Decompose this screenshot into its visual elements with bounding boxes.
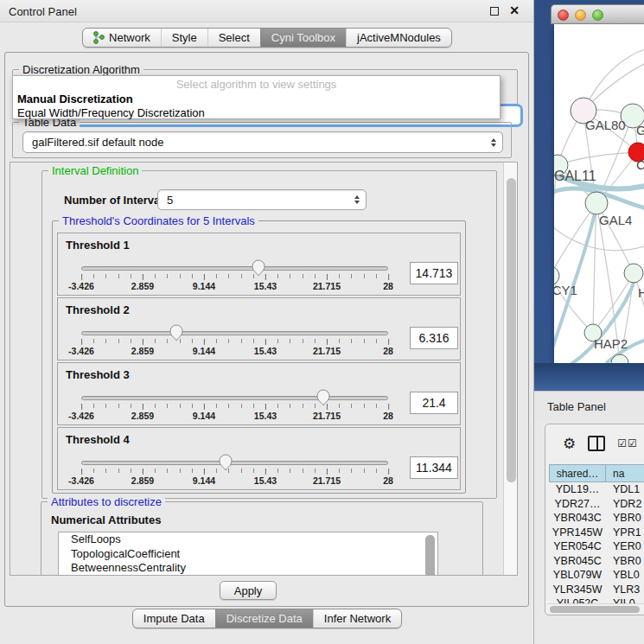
tab-select[interactable]: Select — [207, 29, 260, 47]
slider-thumb[interactable] — [316, 389, 330, 410]
table-data-combobox[interactable]: galFiltered.sif default node — [22, 131, 503, 153]
table-toolbar: ⚙ ☑☑ — [545, 431, 644, 456]
tick-label: 28 — [383, 346, 393, 356]
threshold-1-value-field[interactable]: 14.713 — [410, 262, 458, 284]
tick-label: 9.144 — [193, 475, 215, 486]
top-tab-bar: Network Style Select Cyni Toolbox jActiv… — [0, 28, 534, 48]
horizontal-scrollbar-track[interactable] — [547, 603, 644, 613]
tick-label: 2.859 — [131, 346, 154, 356]
table-row[interactable]: YPR145WYPR1 — [549, 526, 644, 540]
horizontal-scrollbar-thumb[interactable] — [550, 606, 640, 613]
tick-label: 28 — [383, 411, 393, 421]
dropdown-option-equal-width[interactable]: Equal Width/Frequency Discretization — [13, 106, 500, 120]
tick-label: 9.144 — [193, 281, 215, 291]
tick-label: 15.43 — [254, 346, 277, 356]
mac-minimize-icon[interactable] — [575, 10, 586, 21]
threshold-3-slider-track[interactable] — [81, 396, 388, 400]
num-intervals-value: 5 — [167, 194, 173, 207]
algorithm-group-title: Discretization Algorithm — [19, 63, 143, 76]
network-tree-icon — [93, 31, 105, 44]
tab-network-label: Network — [109, 31, 150, 44]
table-row[interactable]: YBR045CYBR0 — [549, 554, 644, 569]
numerical-attributes-label: Numerical Attributes — [51, 513, 161, 526]
list-scrollbar-thumb[interactable] — [425, 535, 435, 576]
bottom-tab-bar: Impute Data Discretize Data Infer Networ… — [0, 609, 534, 628]
table-row[interactable]: YDL19…YDL1 — [549, 482, 644, 497]
tick-label: 28 — [383, 281, 393, 291]
network-window-titlebar[interactable] — [551, 4, 644, 24]
table-row[interactable]: YLR345WYLR3 — [549, 583, 644, 597]
threshold-3-label: Threshold 3 — [66, 368, 130, 381]
tick-label: 21.715 — [313, 475, 341, 486]
node-label-gal80: GAL80 — [585, 118, 626, 132]
table-data-value: galFiltered.sif default node — [32, 136, 163, 149]
threshold-3-value-field[interactable]: 21.4 — [410, 392, 458, 414]
tick-label: -3.426 — [68, 346, 94, 356]
dropdown-option-manual[interactable]: Manual Discretization — [13, 92, 500, 106]
threshold-2-slider-track[interactable] — [81, 331, 388, 335]
spinner-icon — [491, 138, 496, 147]
table-panel-titlebar: Table Panel — [534, 391, 644, 420]
table-row[interactable]: YDR27…YDR2 — [549, 497, 644, 512]
slider-thumb[interactable] — [169, 324, 183, 345]
apply-button[interactable]: Apply — [220, 581, 277, 600]
tick-label: -3.426 — [68, 411, 94, 421]
tick-label: 2.859 — [131, 411, 154, 421]
vertical-scrollbar-thumb[interactable] — [507, 178, 516, 482]
slider-thumb[interactable] — [252, 259, 265, 280]
node-h[interactable] — [624, 264, 643, 283]
network-view-canvas[interactable]: GAL80 GA C GAL11 GAL4 GCY1 H HAP2 — [554, 24, 644, 363]
attributes-list: SelfLoops TopologicalCoefficient Between… — [58, 532, 438, 576]
node-label-gal4: GAL4 — [599, 213, 632, 227]
list-item[interactable]: BetweennessCentrality — [59, 561, 437, 576]
split-panel-icon[interactable] — [588, 436, 605, 451]
threshold-4-value-field[interactable]: 11.344 — [410, 456, 458, 479]
threshold-2-panel: Threshold 2 -3.426 2.859 9.144 15.43 21.… — [57, 297, 461, 360]
threshold-4-slider-track[interactable] — [81, 461, 388, 465]
threshold-4-panel: Threshold 4 -3.426 2.859 9.144 15.43 21.… — [57, 427, 461, 490]
threshold-1-label: Threshold 1 — [66, 239, 130, 252]
threshold-1-slider-track[interactable] — [81, 266, 388, 271]
table-row[interactable]: YBL079WYBL0 — [549, 568, 644, 583]
tab-network[interactable]: Network — [83, 29, 161, 47]
table-row[interactable]: YBR043CYBR0 — [549, 511, 644, 526]
threshold-4-label: Threshold 4 — [66, 433, 130, 446]
vertical-scrollbar-track[interactable] — [503, 163, 517, 575]
interval-definition-title: Interval Definition — [48, 164, 142, 177]
list-item[interactable]: SelfLoops — [59, 532, 437, 547]
close-icon[interactable]: ✕ — [509, 3, 520, 17]
select-columns-icon[interactable]: ☑☑ — [617, 437, 638, 450]
tab-discretize-data[interactable]: Discretize Data — [215, 609, 313, 628]
tab-style[interactable]: Style — [161, 29, 207, 47]
tab-infer-network[interactable]: Infer Network — [313, 609, 401, 628]
cyni-main-panel: Discretization Algorithm Select algorith… — [4, 52, 529, 607]
tab-cyni-toolbox[interactable]: Cyni Toolbox — [260, 29, 346, 47]
gear-icon[interactable]: ⚙ — [563, 437, 576, 451]
mac-zoom-icon[interactable] — [592, 10, 603, 21]
settings-scrollpane: Interval Definition Number of Intervals … — [10, 162, 518, 576]
attributes-group: Attributes to discretize Numerical Attri… — [41, 501, 483, 576]
num-intervals-combobox[interactable]: 5 — [157, 189, 367, 210]
table-body: YDL19…YDL1 YDR27…YDR2 YBR043CYBR0 YPR145… — [549, 482, 644, 604]
node-gal4[interactable] — [585, 192, 608, 214]
tick-label: 15.43 — [254, 411, 277, 421]
mac-close-icon[interactable] — [558, 10, 569, 21]
network-graph: GAL80 GA C GAL11 GAL4 GCY1 H HAP2 — [554, 24, 644, 363]
node-label-gcy1: GCY1 — [554, 283, 577, 297]
column-header-name[interactable]: na — [606, 464, 644, 482]
node-label-c: C — [636, 157, 644, 172]
algorithm-dropdown-popup: Select algorithm to view settings Manual… — [12, 75, 501, 119]
table-row[interactable]: YER054CYER0 — [549, 539, 644, 554]
table-data-group: Table Data galFiltered.sif default node — [12, 122, 512, 158]
slider-thumb[interactable] — [219, 454, 233, 475]
tick-label: -3.426 — [68, 281, 94, 291]
list-item[interactable]: TopologicalCoefficient — [59, 547, 437, 562]
tab-jactivemnodules[interactable]: jActiveMNodules — [346, 29, 451, 47]
float-window-icon[interactable] — [490, 7, 499, 16]
column-header-shared-name[interactable]: shared… — [549, 464, 606, 482]
tick-label: 21.715 — [313, 411, 341, 421]
tab-impute-data[interactable]: Impute Data — [133, 609, 215, 628]
threshold-2-value-field[interactable]: 6.316 — [410, 327, 458, 349]
node-label-gal11: GAL11 — [554, 169, 596, 183]
table-panel-title: Table Panel — [547, 400, 606, 413]
